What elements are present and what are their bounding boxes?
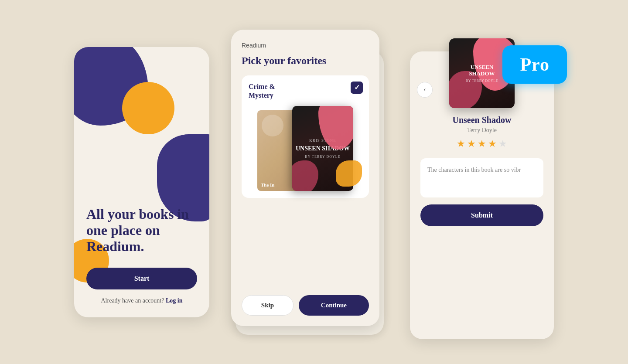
- book-front-title: UNSEEN SHADOW: [296, 145, 350, 153]
- screen3-wrapper: Pro ‹ UNSEEN SHADOW BY TERRY DOYLE Unsee…: [410, 25, 554, 339]
- star-2[interactable]: ★: [467, 138, 476, 150]
- book-front-blob1: [318, 106, 353, 150]
- screen1-welcome: All your books in one place on Readium. …: [74, 47, 209, 317]
- pro-badge-label: Pro: [520, 54, 550, 75]
- app-name: Readium: [242, 42, 369, 49]
- genre-card-crime-mystery[interactable]: Crime & Mystery The In KRIS STONE: [242, 75, 369, 198]
- submit-button[interactable]: Submit: [420, 204, 543, 226]
- book-back-decoration: [262, 115, 283, 136]
- decorative-blob-orange-circle: [122, 82, 174, 134]
- pro-badge: Pro: [502, 45, 567, 84]
- cover-title: UNSEEN SHADOW: [466, 63, 498, 77]
- footer-text: Already have an account?: [101, 297, 164, 304]
- screen2-pick-favorites: Readium Pick your favorites Crime & Myst…: [231, 30, 379, 326]
- cover-text-overlay: UNSEEN SHADOW BY TERRY DOYLE: [466, 63, 498, 82]
- genre-label: Crime & Mystery: [249, 82, 301, 101]
- books-preview: The In KRIS STONE UNSEEN SHADOW BY TERRY…: [249, 104, 362, 191]
- book-front-author: KRIS STONE: [309, 138, 336, 143]
- back-button[interactable]: ‹: [417, 82, 433, 98]
- pick-favorites-title: Pick your favorites: [242, 55, 369, 67]
- start-button[interactable]: Start: [86, 268, 197, 289]
- genre-checkbox-checked[interactable]: [351, 82, 363, 94]
- screens-container: All your books in one place on Readium. …: [74, 25, 554, 339]
- star-5[interactable]: ★: [498, 138, 507, 150]
- star-rating[interactable]: ★ ★ ★ ★ ★: [457, 138, 507, 150]
- screen2-wrapper: Readium Pick your favorites Crime & Myst…: [231, 30, 388, 335]
- book-front-blob2: [292, 160, 318, 191]
- book-author: Terry Doyle: [467, 127, 497, 134]
- screen2-footer: Skip Continue: [242, 288, 369, 316]
- login-link[interactable]: Log in: [166, 297, 183, 304]
- star-1[interactable]: ★: [457, 138, 465, 150]
- login-footer: Already have an account? Log in: [86, 297, 197, 304]
- book-title: Unseen Shadow: [452, 115, 511, 125]
- review-text-area[interactable]: The characters in this book are so vibr: [420, 158, 543, 197]
- cover-author: BY TERRY DOYLE: [466, 79, 498, 83]
- continue-button[interactable]: Continue: [299, 295, 369, 316]
- screen3-book-review: ‹ UNSEEN SHADOW BY TERRY DOYLE Unseen Sh…: [410, 51, 554, 339]
- skip-button[interactable]: Skip: [242, 295, 294, 316]
- welcome-tagline: All your books in one place on Readium.: [86, 206, 197, 254]
- star-4[interactable]: ★: [488, 138, 497, 150]
- book-front-byline: BY TERRY DOYLE: [305, 155, 340, 159]
- star-3[interactable]: ★: [478, 138, 486, 150]
- book-back-title: The In: [261, 182, 275, 187]
- review-placeholder: The characters in this book are so vibr: [427, 167, 521, 173]
- decorative-orange-blob: [336, 160, 362, 187]
